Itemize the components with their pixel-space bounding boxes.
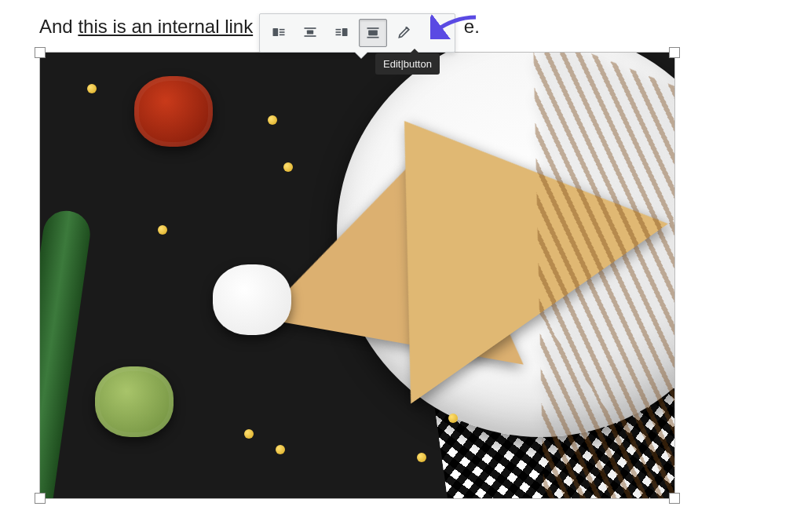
svg-rect-3 xyxy=(280,34,285,35)
svg-rect-1 xyxy=(280,28,285,30)
pencil-icon xyxy=(397,24,412,42)
svg-rect-8 xyxy=(336,28,342,30)
image-toolbar xyxy=(259,13,455,53)
align-none-icon xyxy=(365,24,381,42)
svg-rect-11 xyxy=(367,27,379,29)
svg-rect-0 xyxy=(273,28,279,36)
remove-button[interactable] xyxy=(422,19,450,47)
align-center-icon xyxy=(302,24,318,42)
resize-handle-tl[interactable] xyxy=(35,47,46,58)
svg-rect-2 xyxy=(280,31,285,33)
svg-rect-6 xyxy=(305,35,316,37)
close-icon xyxy=(428,24,444,42)
resize-handle-bl[interactable] xyxy=(35,493,46,504)
svg-rect-12 xyxy=(368,30,378,35)
align-left-button[interactable] xyxy=(265,19,293,47)
text-after-fragment: e. xyxy=(464,16,480,37)
tooltip: Edit|button xyxy=(375,53,440,75)
internal-link[interactable]: this is an internal link xyxy=(78,16,253,37)
editor-canvas[interactable]: And this is an internal link e. xyxy=(0,0,804,532)
align-right-icon xyxy=(334,24,349,42)
svg-rect-7 xyxy=(342,28,348,36)
align-left-icon xyxy=(271,24,287,42)
svg-rect-4 xyxy=(305,27,316,29)
selected-image[interactable] xyxy=(39,52,675,499)
edit-button[interactable] xyxy=(390,19,418,47)
text-before: And xyxy=(39,16,78,37)
align-right-button[interactable] xyxy=(327,19,356,47)
resize-handle-tr[interactable] xyxy=(669,47,680,58)
svg-rect-13 xyxy=(367,36,379,38)
tooltip-text: Edit|button xyxy=(383,58,432,70)
svg-rect-10 xyxy=(336,34,342,35)
align-center-button[interactable] xyxy=(296,19,324,47)
align-none-button[interactable] xyxy=(359,19,387,47)
resize-handle-br[interactable] xyxy=(669,493,680,504)
svg-rect-9 xyxy=(336,31,342,33)
image-content xyxy=(40,53,674,498)
svg-rect-5 xyxy=(307,30,313,34)
